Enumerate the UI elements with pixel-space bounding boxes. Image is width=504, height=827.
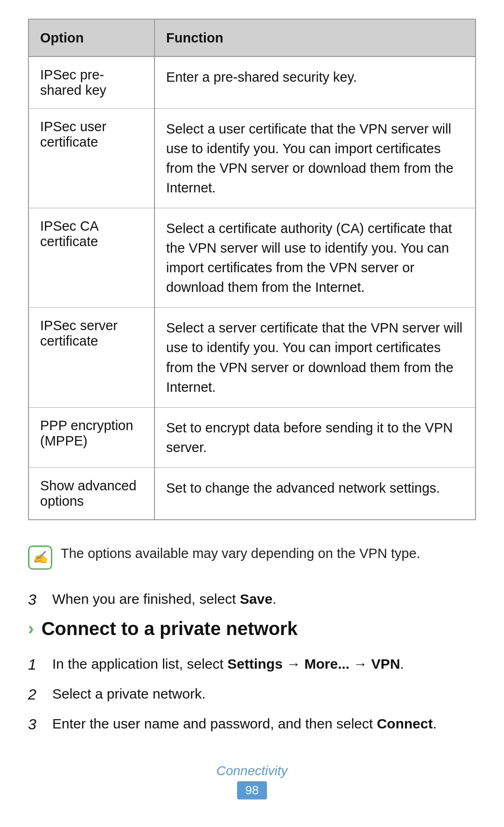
table-cell-option: PPP encryption (MPPE) xyxy=(28,407,154,467)
step-number: 1 xyxy=(28,653,45,676)
table-cell-function: Set to change the advanced network setti… xyxy=(154,467,476,520)
table-row: IPSec pre-shared keyEnter a pre-shared s… xyxy=(28,57,476,109)
step-content: When you are finished, select Save. xyxy=(52,588,276,611)
table-row: IPSec CA certificateSelect a certificate… xyxy=(28,208,476,308)
table-cell-function: Set to encrypt data before sending it to… xyxy=(154,407,476,467)
note-icon: ✍ xyxy=(28,545,52,570)
step-content: In the application list, select Settings… xyxy=(52,653,404,676)
connect-step-1: 1 In the application list, select Settin… xyxy=(28,653,476,676)
table-cell-option: IPSec CA certificate xyxy=(28,208,154,308)
table-cell-option: IPSec server certificate xyxy=(28,308,154,407)
footer: Connectivity 98 xyxy=(28,763,476,799)
chevron-icon: › xyxy=(28,619,34,639)
step-number: 2 xyxy=(28,683,45,706)
footer-category: Connectivity xyxy=(28,763,476,778)
table-cell-function: Enter a pre-shared security key. xyxy=(154,57,476,109)
connect-step-3: 3 Enter the user name and password, and … xyxy=(28,713,476,735)
section-title: Connect to a private network xyxy=(42,618,298,639)
section-heading: › Connect to a private network xyxy=(28,618,476,639)
note-text: The options available may vary depending… xyxy=(61,544,420,564)
table-cell-function: Select a server certificate that the VPN… xyxy=(154,308,476,407)
table-cell-option: IPSec user certificate xyxy=(28,109,154,208)
step-content: Enter the user name and password, and th… xyxy=(52,713,437,735)
table-cell-option: Show advanced options xyxy=(28,467,154,520)
table-row: PPP encryption (MPPE)Set to encrypt data… xyxy=(28,407,476,467)
table-row: Show advanced optionsSet to change the a… xyxy=(28,467,476,520)
step-content: Select a private network. xyxy=(52,683,206,706)
table-header-function: Function xyxy=(154,19,476,57)
step-number: 3 xyxy=(28,588,45,611)
table-cell-function: Select a user certificate that the VPN s… xyxy=(154,109,476,208)
note-box: ✍ The options available may vary dependi… xyxy=(28,544,476,570)
table-cell-function: Select a certificate authority (CA) cert… xyxy=(154,208,476,308)
step-number: 3 xyxy=(28,713,45,735)
table-header-option: Option xyxy=(28,19,154,57)
footer-page: 98 xyxy=(237,781,267,799)
table-row: IPSec user certificateSelect a user cert… xyxy=(28,109,476,208)
step-before-1: 3 When you are finished, select Save. xyxy=(28,588,476,611)
connect-step-2: 2 Select a private network. xyxy=(28,683,476,706)
vpn-options-table: Option Function IPSec pre-shared keyEnte… xyxy=(28,19,476,520)
table-row: IPSec server certificateSelect a server … xyxy=(28,308,476,407)
table-cell-option: IPSec pre-shared key xyxy=(28,57,154,109)
